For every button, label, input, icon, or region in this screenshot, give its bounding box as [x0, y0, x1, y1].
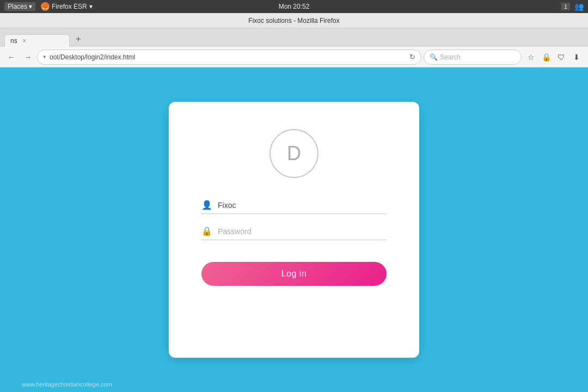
tab-label: ns [10, 37, 17, 45]
password-lock-icon: 🔒 [201, 226, 212, 236]
places-menu[interactable]: Places ▾ [4, 2, 35, 11]
system-time: Mon 20:52 [279, 3, 310, 10]
shield-button[interactable]: 🛡 [554, 50, 568, 64]
avatar: D [270, 129, 318, 178]
star-icon: ☆ [528, 53, 535, 62]
places-label: Places [8, 3, 27, 10]
login-card: D 👤 🔒 Log in [169, 102, 419, 358]
browser-title-bar: Fixoc solutions - Mozilla Firefox [0, 13, 588, 28]
page-content: D 👤 🔒 Log in www.heritagechristiancolleg… [0, 68, 588, 392]
workspace-indicator[interactable]: 1 [561, 3, 570, 10]
login-button[interactable]: Log in [201, 262, 387, 286]
users-icon[interactable]: 👥 [574, 2, 584, 11]
shield-icon: 🛡 [558, 53, 565, 62]
firefox-chevron: ▾ [89, 3, 93, 10]
forward-button[interactable]: → [21, 50, 35, 64]
download-button[interactable]: ⬇ [569, 50, 584, 64]
url-bar[interactable]: ▾ oot/Desktop/login2/index.html ↻ [37, 50, 421, 65]
avatar-letter: D [287, 142, 301, 165]
url-text: oot/Desktop/login2/index.html [50, 53, 406, 61]
search-icon: 🔍 [430, 53, 438, 61]
firefox-menu[interactable]: 🦊 Firefox ESR ▾ [38, 2, 96, 11]
search-bar[interactable]: 🔍 Search [424, 50, 522, 65]
lock-button[interactable]: 🔒 [539, 50, 553, 64]
os-taskbar: Places ▾ 🦊 Firefox ESR ▾ Mon 20:52 1 👥 [0, 0, 588, 13]
password-field-group: 🔒 [201, 226, 387, 240]
active-tab[interactable]: ns × [4, 34, 70, 47]
lock-icon: 🔒 [542, 53, 551, 62]
tab-close-button[interactable]: × [21, 37, 28, 45]
nav-bar: ← → ▾ oot/Desktop/login2/index.html ↻ 🔍 … [0, 47, 588, 68]
back-button[interactable]: ← [4, 50, 19, 64]
tab-bar: ns × + [0, 28, 588, 47]
search-placeholder: Search [440, 53, 461, 61]
download-icon: ⬇ [573, 53, 580, 62]
username-icon: 👤 [201, 200, 212, 210]
new-tab-button[interactable]: + [72, 33, 85, 46]
password-input[interactable] [218, 227, 387, 236]
firefox-icon: 🦊 [41, 2, 50, 11]
username-field-group: 👤 [201, 200, 387, 214]
watermark: www.heritagechristiancollege.com [22, 381, 112, 388]
reload-button[interactable]: ↻ [409, 53, 415, 61]
nav-icons: ☆ 🔒 🛡 ⬇ [524, 50, 584, 64]
username-input[interactable] [218, 201, 387, 210]
url-filter-icon[interactable]: ▾ [43, 53, 46, 60]
browser-title: Fixoc solutions - Mozilla Firefox [248, 17, 339, 24]
places-chevron: ▾ [29, 3, 32, 10]
bookmark-star-button[interactable]: ☆ [524, 50, 538, 64]
firefox-label: Firefox ESR [52, 3, 87, 10]
